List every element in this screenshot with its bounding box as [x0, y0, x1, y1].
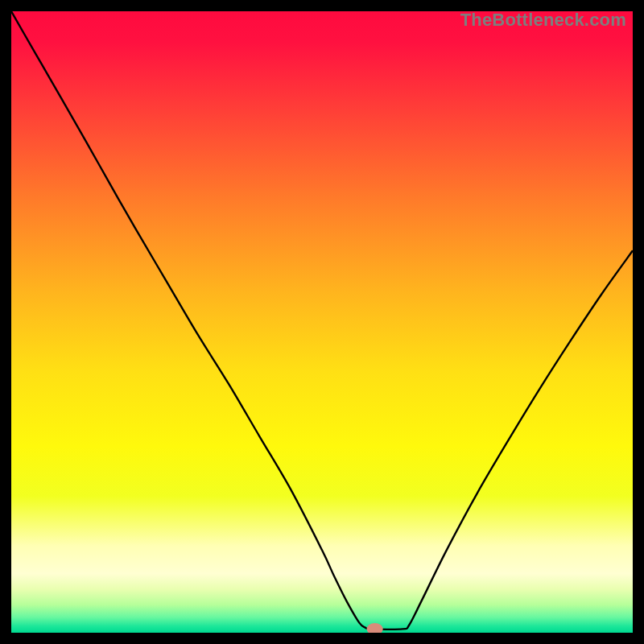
watermark-text: TheBottleneck.com — [460, 10, 626, 31]
gradient-background — [11, 11, 633, 633]
bottleneck-chart — [11, 11, 633, 633]
chart-container: TheBottleneck.com — [11, 11, 633, 633]
